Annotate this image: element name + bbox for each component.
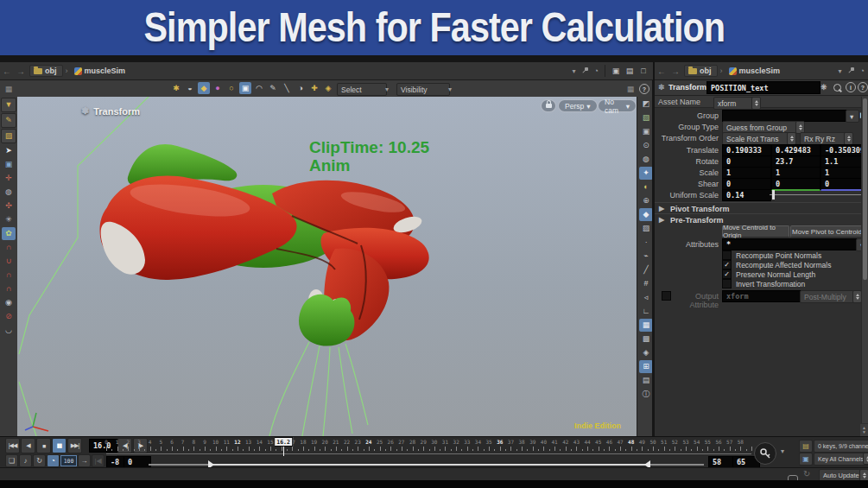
pin-pane-icon[interactable] (581, 67, 589, 75)
go-start-icon[interactable]: |◀◀ (5, 438, 20, 453)
param-breadcrumb-obj[interactable]: obj (684, 65, 718, 77)
back-icon[interactable]: ← (3, 67, 11, 76)
scrollbar-thumb[interactable] (863, 98, 867, 280)
checkbox[interactable] (722, 279, 732, 288)
path-dropdown-icon[interactable]: ▾ (573, 67, 576, 75)
magnet-u-icon[interactable]: ∪ (2, 255, 16, 268)
pose-tool-icon[interactable]: ◍ (2, 186, 16, 199)
view-options-icon[interactable]: ▤ (639, 374, 653, 387)
param-pin-icon[interactable] (847, 67, 855, 75)
maximize-pane-icon[interactable]: □ (637, 65, 649, 77)
transparency-icon[interactable]: ▨ (639, 222, 653, 235)
asset-spinner[interactable] (751, 97, 761, 110)
stop-icon[interactable]: ■ (36, 438, 51, 453)
prim-markers-icon[interactable]: ◃ (639, 291, 653, 304)
key-all-spinner[interactable] (863, 453, 868, 465)
tool-import-icon[interactable]: ▼ (1, 98, 16, 112)
playback-speed-box[interactable]: 100 (60, 455, 77, 466)
select-lasso-icon[interactable]: ◠ (253, 82, 265, 94)
realtime-toggle-icon[interactable]: ◔ (47, 454, 60, 467)
range-slider-selection[interactable] (208, 464, 650, 466)
rig-tool-icon[interactable]: ✣ (2, 200, 16, 212)
checkbox[interactable]: ✓ (722, 260, 732, 269)
camera-select-pill[interactable]: No cam▾ (598, 99, 637, 112)
key-options-icon[interactable]: ▾ (781, 447, 784, 455)
asset-name-dropdown[interactable]: xform (713, 97, 757, 110)
smooth-shade-icon[interactable]: ◈ (639, 346, 653, 359)
paint-weights-icon[interactable]: ◡ (2, 324, 16, 337)
viewport-info-icon[interactable]: ⓘ (639, 388, 653, 401)
select-dropdown-icon[interactable]: ▾ (385, 86, 389, 93)
play-forward-icon[interactable]: ▶▶| (67, 438, 82, 453)
hide-objects-icon[interactable]: ◩ (639, 98, 653, 111)
point-markers-icon[interactable]: ∙ (639, 236, 653, 249)
group-field[interactable] (722, 110, 852, 122)
select-mode-dropdown[interactable]: Select (337, 83, 387, 96)
geometry-select-icon[interactable]: ◆ (198, 82, 210, 94)
output-attribute-checkbox[interactable] (662, 291, 671, 301)
tool-material-icon[interactable]: ▨ (1, 129, 16, 143)
rord-spinner[interactable] (844, 132, 853, 145)
cook-refresh-icon[interactable]: ↻ (803, 469, 810, 478)
handles-tool-icon[interactable]: ✛ (2, 172, 16, 185)
audio-icon[interactable]: ♪ (19, 454, 32, 467)
capture-region-icon[interactable]: ⊘ (2, 310, 16, 323)
jump-range-start-icon[interactable]: |◀ (92, 454, 105, 467)
select-visible-icon[interactable]: ◑ (295, 82, 307, 94)
shadows-icon[interactable]: ◐ (639, 181, 653, 193)
muscle-tool-icon[interactable]: ✿ (2, 227, 16, 240)
magnet-big-icon[interactable]: ∩ (2, 282, 16, 295)
vector-display-icon[interactable]: ╱ (639, 263, 653, 276)
materials-icon[interactable]: ◆ (639, 208, 653, 221)
point-normals-icon[interactable]: ⌁ (639, 250, 653, 263)
range-start-field[interactable]: 0 (124, 456, 151, 468)
prim-normals-icon[interactable]: ∟ (639, 305, 653, 318)
checkbox[interactable] (722, 250, 732, 260)
magnet-small-icon[interactable]: ∩ (2, 269, 16, 282)
loop-mode-icon[interactable]: ↻ (33, 454, 46, 467)
param-path-dropdown-icon[interactable]: ▾ (839, 67, 842, 75)
move-centroid-button[interactable]: Move Centroid to Origin (722, 225, 789, 238)
param-forward-icon[interactable]: → (671, 67, 680, 76)
select-brush-icon[interactable]: ✎ (267, 82, 279, 94)
capture-sphere-icon[interactable]: ◉ (2, 296, 16, 309)
goto-frame-icon[interactable]: → (78, 454, 91, 467)
gear-icon[interactable]: ❋ (820, 83, 827, 92)
select-tool-icon[interactable]: ➤ (2, 144, 16, 157)
select-box-icon[interactable]: ▣ (239, 82, 251, 94)
toolbar-help-icon[interactable]: ? (639, 84, 649, 94)
param-scrollbar[interactable] (861, 97, 868, 423)
param-clock-icon[interactable]: ◔ (860, 67, 865, 75)
headlight-icon[interactable]: ◍ (639, 153, 653, 166)
visibility-dropdown[interactable]: Visibility (396, 83, 450, 96)
node-name-field[interactable]: POSITION_text (706, 81, 820, 94)
magnifier-icon[interactable] (833, 84, 841, 92)
show-handles-icon[interactable]: ✱ (170, 82, 182, 94)
objects-mode-icon[interactable]: ◒ (184, 82, 196, 94)
param-back-icon[interactable]: ← (657, 67, 666, 76)
points-toggle-icon[interactable]: ● (212, 82, 224, 94)
output-mode-dropdown[interactable]: Post-Multiply (800, 290, 857, 303)
output-attribute-field[interactable]: xform (722, 290, 804, 302)
play-reverse-icon[interactable]: ◀ (21, 438, 35, 453)
move-pivot-button[interactable]: Move Pivot to Centroid (790, 225, 864, 238)
uniform-scale-handle[interactable] (772, 190, 775, 200)
pivot-transform-section[interactable]: ▶ Pivot Transform (655, 202, 868, 214)
xord-spinner[interactable] (787, 132, 796, 145)
breadcrumb-obj[interactable]: obj (29, 65, 63, 77)
snapshot-icon[interactable]: ▣ (610, 65, 622, 77)
param-scroll-buttons[interactable]: ▲▼ (860, 424, 868, 436)
uniform-scale-slider[interactable] (770, 194, 863, 195)
attributes-field[interactable]: * (722, 238, 862, 250)
dopesheet-icon[interactable]: ▣ (799, 453, 813, 466)
lock-camera-pill[interactable] (541, 99, 556, 112)
lock-display-icon[interactable]: ▣ (639, 125, 653, 138)
secure-selection-icon[interactable]: ▣ (2, 158, 16, 171)
persp-view-pill[interactable]: Persp▾ (558, 99, 598, 112)
character-tool-icon[interactable]: ✳ (2, 213, 16, 226)
point-numbers-icon[interactable]: # (639, 277, 653, 290)
copy-keys-icon[interactable]: ❏ (5, 454, 18, 467)
info-icon[interactable]: i (846, 82, 856, 92)
camera-view-icon[interactable]: ▤ (624, 65, 636, 77)
multi-snap-icon[interactable]: ◈ (322, 82, 334, 94)
